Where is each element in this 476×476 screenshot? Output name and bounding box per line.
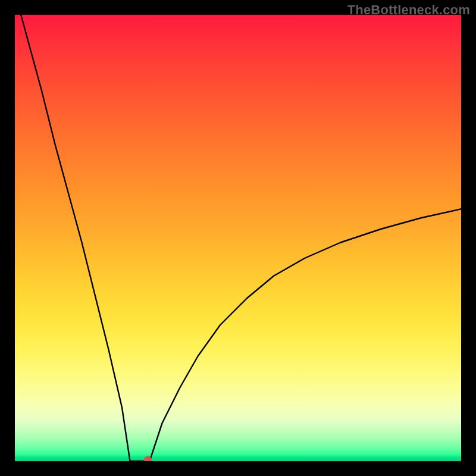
curve-layer <box>15 15 461 461</box>
bottleneck-curve <box>15 15 461 461</box>
watermark-text: TheBottleneck.com <box>347 2 470 18</box>
plot-area <box>15 15 461 461</box>
chart-frame: TheBottleneck.com <box>0 0 476 476</box>
